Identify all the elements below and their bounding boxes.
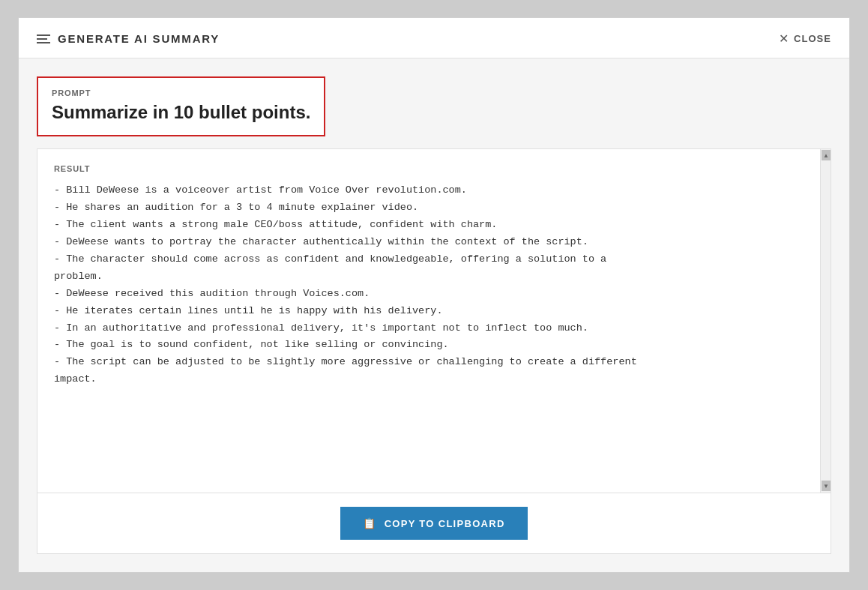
scroll-down-button[interactable]: ▼ <box>822 481 831 491</box>
modal-header: GENERATE AI SUMMARY ✕ CLOSE <box>19 18 849 58</box>
copy-to-clipboard-button[interactable]: 📋 COPY TO CLIPBOARD <box>340 507 527 540</box>
prompt-section: PROMPT Summarize in 10 bullet points. <box>37 76 325 136</box>
modal-title: GENERATE AI SUMMARY <box>58 32 220 45</box>
scroll-up-button[interactable]: ▲ <box>822 150 831 160</box>
result-footer: 📋 COPY TO CLIPBOARD <box>37 493 831 554</box>
result-section: RESULT - Bill DeWeese is a voiceover art… <box>37 148 831 493</box>
result-scroll-area[interactable]: RESULT - Bill DeWeese is a voiceover art… <box>37 149 831 479</box>
scroll-up-icon: ▲ <box>823 152 829 159</box>
list-icon <box>37 34 50 43</box>
modal-overlay: GENERATE AI SUMMARY ✕ CLOSE PROMPT Summa… <box>0 0 868 590</box>
prompt-label: PROMPT <box>52 88 310 97</box>
prompt-text: Summarize in 10 bullet points. <box>52 102 310 123</box>
result-label: RESULT <box>54 164 814 173</box>
scrollbar-track[interactable]: ▲ ▼ <box>820 149 831 493</box>
modal-body: PROMPT Summarize in 10 bullet points. RE… <box>19 58 849 572</box>
close-x-icon: ✕ <box>779 31 789 46</box>
modal-dialog: GENERATE AI SUMMARY ✕ CLOSE PROMPT Summa… <box>18 17 850 573</box>
modal-title-area: GENERATE AI SUMMARY <box>37 32 220 45</box>
copy-label: COPY TO CLIPBOARD <box>385 518 505 529</box>
result-content: - Bill DeWeese is a voiceover artist fro… <box>54 182 814 388</box>
clipboard-icon: 📋 <box>363 517 376 529</box>
close-label: CLOSE <box>794 33 831 44</box>
close-button[interactable]: ✕ CLOSE <box>779 31 831 46</box>
scroll-down-icon: ▼ <box>823 483 829 490</box>
